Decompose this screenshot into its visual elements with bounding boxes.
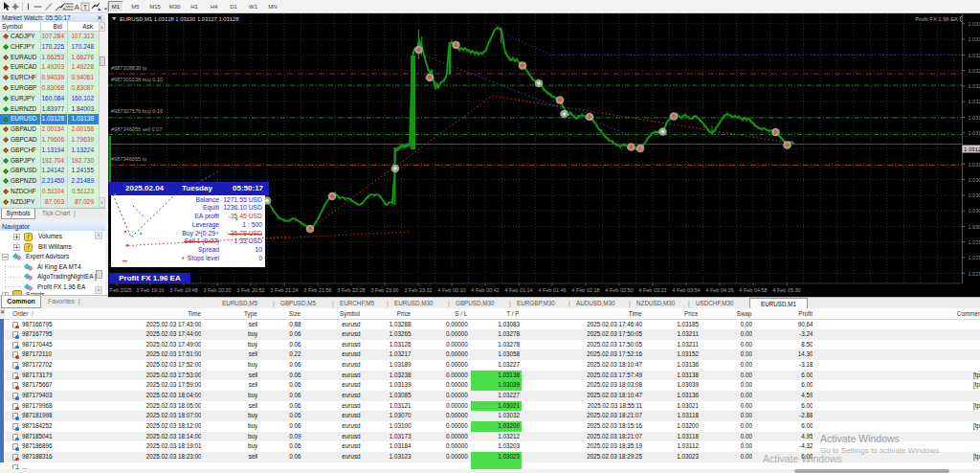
svg-text:1.03325: 1.03325 bbox=[969, 21, 980, 27]
svg-text:1.03300: 1.03300 bbox=[969, 36, 980, 42]
svg-text:1.03225: 1.03225 bbox=[969, 83, 980, 89]
svg-text:4 Feb 03:22: 4 Feb 03:22 bbox=[638, 287, 666, 293]
svg-text:4 Feb 02:18: 4 Feb 02:18 bbox=[571, 287, 599, 293]
svg-text:3 Feb 23:00: 3 Feb 23:00 bbox=[370, 287, 398, 293]
svg-text:EURUSD,M1 1.03128 1.03130 1.0: EURUSD,M1 1.03128 1.03130 1.03127 1.0312… bbox=[120, 16, 238, 22]
svg-text:4 Feb 01:46: 4 Feb 01:46 bbox=[538, 287, 566, 293]
svg-text:Profit FX 1.96 EA: Profit FX 1.96 EA bbox=[915, 16, 958, 22]
svg-text:#987346055 tp: #987346055 tp bbox=[111, 156, 146, 162]
svg-text:#987308838 tp: #987308838 tp bbox=[111, 65, 146, 71]
svg-text:4 Feb 04:58: 4 Feb 04:58 bbox=[739, 287, 767, 293]
svg-text:1.02950: 1.02950 bbox=[969, 255, 980, 260]
svg-text:4 Feb 01:14: 4 Feb 01:14 bbox=[504, 287, 532, 293]
svg-text:3 Feb 22:28: 3 Feb 22:28 bbox=[337, 287, 365, 293]
svg-text:A: A bbox=[75, 3, 80, 11]
svg-text:4 Feb 00:42: 4 Feb 00:42 bbox=[471, 287, 499, 293]
svg-text:3 Feb 21:56: 3 Feb 21:56 bbox=[303, 287, 331, 293]
svg-text:4 Feb 05:30: 4 Feb 05:30 bbox=[772, 287, 800, 293]
svg-text:1.02925: 1.02925 bbox=[969, 271, 980, 277]
svg-text:1.03050: 1.03050 bbox=[969, 192, 980, 198]
svg-text:1.03250: 1.03250 bbox=[969, 68, 980, 74]
svg-text:4 Feb 02:50: 4 Feb 02:50 bbox=[605, 287, 633, 293]
svg-text:T: T bbox=[83, 4, 88, 11]
svg-text:3 Feb 23:32: 3 Feb 23:32 bbox=[404, 287, 432, 293]
svg-text:#987346055 sell 0.07: #987346055 sell 0.07 bbox=[111, 126, 163, 132]
svg-text:1.03075: 1.03075 bbox=[969, 177, 980, 183]
svg-text:1.03175: 1.03175 bbox=[969, 115, 980, 121]
svg-text:1.03150: 1.03150 bbox=[969, 130, 980, 136]
svg-text:#987307576 buy 0.19: #987307576 buy 0.19 bbox=[111, 108, 163, 114]
svg-text:1.03200: 1.03200 bbox=[969, 99, 980, 104]
svg-text:1.03025: 1.03025 bbox=[969, 208, 980, 214]
svg-text:1.02975: 1.02975 bbox=[969, 239, 980, 245]
svg-text:4 Feb 03:54: 4 Feb 03:54 bbox=[672, 287, 700, 293]
svg-text:1.03128: 1.03128 bbox=[964, 146, 980, 152]
svg-text:1.03275: 1.03275 bbox=[969, 53, 980, 58]
svg-text:4 Feb 04:26: 4 Feb 04:26 bbox=[705, 287, 733, 293]
svg-text:1.03100: 1.03100 bbox=[969, 162, 980, 168]
svg-text:4 Feb 00:10: 4 Feb 00:10 bbox=[437, 287, 465, 293]
svg-text:#987300238 buy 0.10: #987300238 buy 0.10 bbox=[111, 77, 163, 82]
